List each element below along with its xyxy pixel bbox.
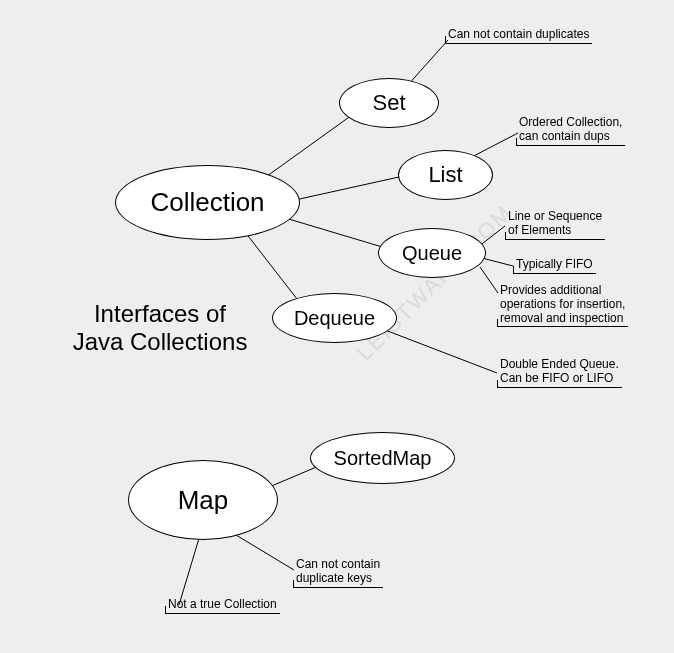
node-map: Map bbox=[128, 460, 278, 540]
svg-line-8 bbox=[480, 267, 498, 293]
node-queue: Queue bbox=[378, 228, 486, 278]
svg-line-9 bbox=[385, 330, 497, 373]
note-set: Can not contain duplicates bbox=[445, 28, 592, 44]
node-sortedmap: SortedMap bbox=[310, 432, 455, 484]
title-line-2: Java Collections bbox=[40, 328, 280, 356]
node-dequeue: Dequeue bbox=[272, 293, 397, 343]
svg-line-4 bbox=[407, 40, 448, 86]
note-queue-1: Line or Sequence of Elements bbox=[505, 210, 605, 240]
note-list: Ordered Collection, can contain dups bbox=[516, 116, 625, 146]
svg-line-7 bbox=[482, 258, 513, 266]
node-set: Set bbox=[339, 78, 439, 128]
node-collection: Collection bbox=[115, 165, 300, 240]
svg-line-12 bbox=[179, 535, 200, 605]
title-line-1: Interfaces of bbox=[40, 300, 280, 328]
svg-line-1 bbox=[295, 175, 408, 200]
svg-line-3 bbox=[245, 232, 304, 308]
svg-line-0 bbox=[256, 115, 352, 184]
note-map-2: Not a true Collection bbox=[165, 598, 280, 614]
node-list: List bbox=[398, 150, 493, 200]
diagram-title: Interfaces of Java Collections bbox=[40, 300, 280, 356]
note-map-1: Can not contain duplicate keys bbox=[293, 558, 383, 588]
note-queue-3: Provides additional operations for inser… bbox=[497, 284, 628, 327]
note-dequeue: Double Ended Queue. Can be FIFO or LIFO bbox=[497, 358, 622, 388]
note-queue-2: Typically FIFO bbox=[513, 258, 596, 274]
svg-line-11 bbox=[231, 532, 294, 570]
